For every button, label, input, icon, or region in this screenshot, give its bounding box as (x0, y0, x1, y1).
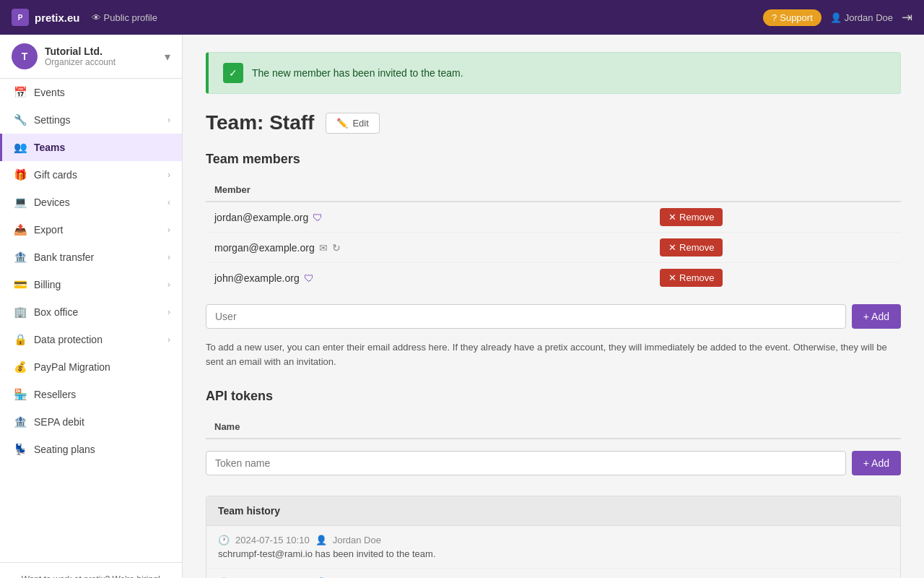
org-chevron-icon: ▾ (165, 50, 170, 64)
sidebar-nav: 📅 Events 🔧 Settings › 👥 Teams 🎁 Gift car… (0, 79, 182, 562)
sidebar-item-data-protection[interactable]: 🔒 Data protection › (0, 326, 182, 353)
checkmark-icon: ✓ (223, 63, 243, 83)
sidebar: T Tutorial Ltd. Organizer account ▾ 📅 Ev… (0, 35, 183, 578)
team-members-section: Team members Member jordan@example.org (206, 152, 901, 368)
sidebar-item-seating-plans[interactable]: 💺 Seating plans (0, 436, 182, 463)
sidebar-item-billing[interactable]: 💳 Billing › (0, 271, 182, 298)
billing-icon: 💳 (14, 278, 27, 291)
page-title: Team: Staff (206, 111, 314, 134)
remove-button[interactable]: ✕ Remove (660, 208, 723, 226)
org-type: Organizer account (45, 57, 157, 67)
chevron-right-icon: › (167, 335, 170, 345)
page-header: Team: Staff ✏️ Edit (206, 111, 901, 134)
sidebar-item-gift-cards[interactable]: 🎁 Gift cards › (0, 161, 182, 189)
sidebar-item-settings[interactable]: 🔧 Settings › (0, 106, 182, 134)
member-email: john@example.org (214, 272, 300, 284)
sidebar-item-devices[interactable]: 💻 Devices ‹ (0, 189, 182, 216)
shield-icon: 🛡 (313, 212, 323, 223)
sidebar-footer: Want to work at pretix? We're hiring! Le… (0, 562, 182, 578)
team-members-title: Team members (206, 152, 901, 167)
public-profile-link[interactable]: 👁 Public profile (92, 12, 157, 23)
main-content: ✓ The new member has been invited to the… (183, 35, 924, 578)
history-header: Team history (206, 496, 900, 526)
member-cell: jordan@example.org 🛡 (214, 212, 642, 223)
devices-icon: 💻 (14, 196, 27, 209)
paypal-icon: 💰 (14, 361, 27, 374)
edit-button[interactable]: ✏️ Edit (326, 113, 379, 134)
times-icon: ✕ (668, 272, 676, 283)
org-avatar: T (12, 43, 38, 69)
member-email: jordan@example.org (214, 212, 308, 223)
topnav-right: ? Support 👤 Jordan Doe ⇥ (763, 9, 912, 26)
history-item: 🕐 2024-07-15 09:42 👤 Jordan Doe (206, 569, 900, 578)
member-cell: morgan@example.org ✉ ↻ (214, 242, 642, 254)
edit-icon: ✏️ (336, 118, 348, 129)
support-button[interactable]: ? Support (763, 9, 821, 26)
member-column-header: Member (206, 178, 651, 202)
chevron-right-icon: ‹ (167, 197, 170, 207)
members-table: Member jordan@example.org 🛡 (206, 178, 901, 293)
resellers-icon: 🏪 (14, 388, 27, 401)
sidebar-item-export[interactable]: 📤 Export › (0, 216, 182, 243)
api-tokens-title: API tokens (206, 389, 901, 404)
box-office-icon: 🏢 (14, 306, 27, 319)
chevron-right-icon: › (167, 280, 170, 290)
sidebar-item-sepa-debit[interactable]: 🏦 SEPA debit (0, 408, 182, 436)
topnav-left: P pretix.eu 👁 Public profile (12, 9, 157, 26)
token-name-input[interactable] (206, 451, 846, 475)
org-name: Tutorial Ltd. (45, 46, 157, 57)
sidebar-item-resellers[interactable]: 🏪 Resellers (0, 381, 182, 408)
times-icon: ✕ (668, 242, 676, 253)
sepa-icon: 🏦 (14, 415, 27, 428)
history-text: schrumpf-test@rami.io has been invited t… (218, 548, 889, 559)
export-icon: 📤 (14, 223, 27, 236)
brand-logo-icon: P (12, 9, 29, 26)
eye-icon: 👁 (92, 12, 101, 23)
brand-name: pretix.eu (35, 12, 80, 24)
chevron-right-icon: › (167, 225, 170, 235)
user-input[interactable] (206, 304, 846, 329)
add-token-row: + Add (206, 451, 901, 475)
logout-button[interactable]: ⇥ (902, 9, 912, 25)
sidebar-item-events[interactable]: 📅 Events (0, 79, 182, 106)
question-icon: ? (772, 12, 777, 23)
remove-button[interactable]: ✕ Remove (660, 238, 723, 256)
chevron-right-icon: › (167, 252, 170, 262)
table-row: morgan@example.org ✉ ↻ ✕ Remove (206, 233, 901, 263)
api-tokens-table: Name (206, 415, 901, 439)
envelope-icon: ✉ (319, 242, 328, 254)
api-tokens-section: API tokens Name + Add (206, 389, 901, 475)
org-selector[interactable]: T Tutorial Ltd. Organizer account ▾ (0, 35, 182, 79)
sidebar-item-teams[interactable]: 👥 Teams (0, 134, 182, 161)
add-token-button[interactable]: + Add (852, 451, 901, 475)
refresh-icon: ↻ (332, 242, 341, 254)
history-meta: 🕐 2024-07-15 10:10 👤 Jordan Doe (218, 535, 889, 545)
events-icon: 📅 (14, 86, 27, 99)
member-cell: john@example.org 🛡 (214, 272, 642, 284)
sidebar-item-bank-transfer[interactable]: 🏦 Bank transfer › (0, 243, 182, 271)
history-timestamp: 2024-07-15 10:10 (235, 535, 310, 545)
member-email: morgan@example.org (214, 242, 315, 254)
success-alert: ✓ The new member has been invited to the… (206, 52, 901, 94)
teams-icon: 👥 (14, 141, 27, 154)
seating-icon: 💺 (14, 443, 27, 456)
hiring-text: Want to work at pretix? We're hiring! (12, 574, 170, 578)
sidebar-item-paypal-migration[interactable]: 💰 PayPal Migration (0, 353, 182, 381)
bank-transfer-icon: 🏦 (14, 251, 27, 264)
chevron-right-icon: › (167, 115, 170, 125)
add-user-row: + Add (206, 304, 901, 329)
brand-logo-link[interactable]: P pretix.eu (12, 9, 80, 26)
shield-icon: 🛡 (304, 272, 314, 284)
org-info: Tutorial Ltd. Organizer account (45, 46, 157, 67)
alert-message: The new member has been invited to the t… (252, 67, 463, 79)
remove-button[interactable]: ✕ Remove (660, 269, 723, 287)
sidebar-item-box-office[interactable]: 🏢 Box office › (0, 298, 182, 326)
chevron-right-icon: › (167, 170, 170, 180)
history-item: 🕐 2024-07-15 10:10 👤 Jordan Doe schrumpf… (206, 526, 900, 569)
topnav-user: 👤 Jordan Doe (830, 12, 893, 23)
settings-icon: 🔧 (14, 113, 27, 126)
user-icon: 👤 (315, 535, 327, 545)
name-column-header: Name (206, 415, 701, 439)
table-row: jordan@example.org 🛡 ✕ Remove (206, 202, 901, 233)
add-user-button[interactable]: + Add (852, 304, 901, 329)
